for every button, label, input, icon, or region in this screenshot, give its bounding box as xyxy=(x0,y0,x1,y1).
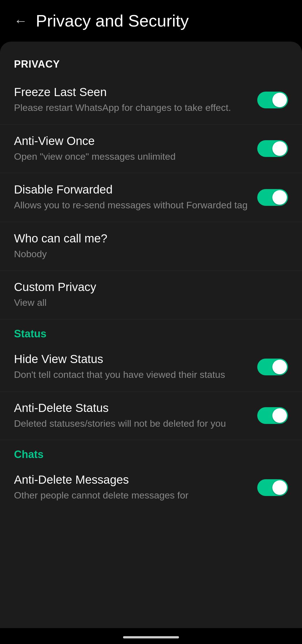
page-title: Privacy and Security xyxy=(36,11,189,30)
anti-view-once-subtitle: Open "view once" messages unlimited xyxy=(14,150,249,163)
chats-section-header: Chats xyxy=(0,440,302,463)
anti-view-once-title: Anti-View Once xyxy=(14,134,249,148)
anti-delete-status-item[interactable]: Anti-Delete Status Deleted statuses/stor… xyxy=(0,392,302,440)
privacy-section-header: PRIVACY xyxy=(0,56,302,76)
status-section-header: Status xyxy=(0,319,302,343)
header: ← Privacy and Security xyxy=(0,0,302,42)
disable-forwarded-title: Disable Forwarded xyxy=(14,183,249,196)
custom-privacy-item[interactable]: Custom Privacy View all xyxy=(0,271,302,319)
custom-privacy-subtitle: View all xyxy=(14,296,280,309)
freeze-last-seen-toggle[interactable] xyxy=(257,92,288,108)
anti-view-once-item[interactable]: Anti-View Once Open "view once" messages… xyxy=(0,125,302,173)
freeze-last-seen-item[interactable]: Freeze Last Seen Please restart WhatsApp… xyxy=(0,76,302,125)
anti-delete-status-title: Anti-Delete Status xyxy=(14,401,249,415)
anti-delete-messages-subtitle: Other people cannot delete messages for xyxy=(14,489,249,502)
freeze-last-seen-subtitle: Please restart WhatsApp for changes to t… xyxy=(14,101,249,115)
anti-delete-messages-text: Anti-Delete Messages Other people cannot… xyxy=(14,473,257,502)
anti-view-once-text: Anti-View Once Open "view once" messages… xyxy=(14,134,257,163)
who-can-call-me-subtitle: Nobody xyxy=(14,247,280,261)
freeze-last-seen-title: Freeze Last Seen xyxy=(14,85,249,99)
hide-view-status-subtitle: Don't tell contact that you have viewed … xyxy=(14,368,249,381)
disable-forwarded-subtitle: Allows you to re-send messages without F… xyxy=(14,199,249,212)
hide-view-status-item[interactable]: Hide View Status Don't tell contact that… xyxy=(0,343,302,392)
freeze-last-seen-text: Freeze Last Seen Please restart WhatsApp… xyxy=(14,85,257,115)
anti-view-once-toggle[interactable] xyxy=(257,140,288,157)
anti-delete-status-subtitle: Deleted statuses/stories will not be del… xyxy=(14,417,249,430)
disable-forwarded-toggle[interactable] xyxy=(257,189,288,206)
disable-forwarded-text: Disable Forwarded Allows you to re-send … xyxy=(14,183,257,212)
anti-delete-status-text: Anti-Delete Status Deleted statuses/stor… xyxy=(14,401,257,430)
custom-privacy-title: Custom Privacy xyxy=(14,280,280,294)
anti-delete-messages-title: Anti-Delete Messages xyxy=(14,473,249,486)
back-button[interactable]: ← xyxy=(14,14,27,28)
who-can-call-me-text: Who can call me? Nobody xyxy=(14,232,288,261)
anti-delete-messages-item[interactable]: Anti-Delete Messages Other people cannot… xyxy=(0,463,302,512)
custom-privacy-text: Custom Privacy View all xyxy=(14,280,288,309)
who-can-call-me-item[interactable]: Who can call me? Nobody xyxy=(0,222,302,271)
anti-delete-status-toggle[interactable] xyxy=(257,407,288,424)
who-can-call-me-title: Who can call me? xyxy=(14,232,280,245)
hide-view-status-text: Hide View Status Don't tell contact that… xyxy=(14,352,257,381)
anti-delete-messages-toggle[interactable] xyxy=(257,479,288,496)
hide-view-status-title: Hide View Status xyxy=(14,352,249,366)
bottom-nav-bar xyxy=(123,636,179,638)
disable-forwarded-item[interactable]: Disable Forwarded Allows you to re-send … xyxy=(0,173,302,222)
hide-view-status-toggle[interactable] xyxy=(257,359,288,375)
content-card: PRIVACY Freeze Last Seen Please restart … xyxy=(0,42,302,628)
